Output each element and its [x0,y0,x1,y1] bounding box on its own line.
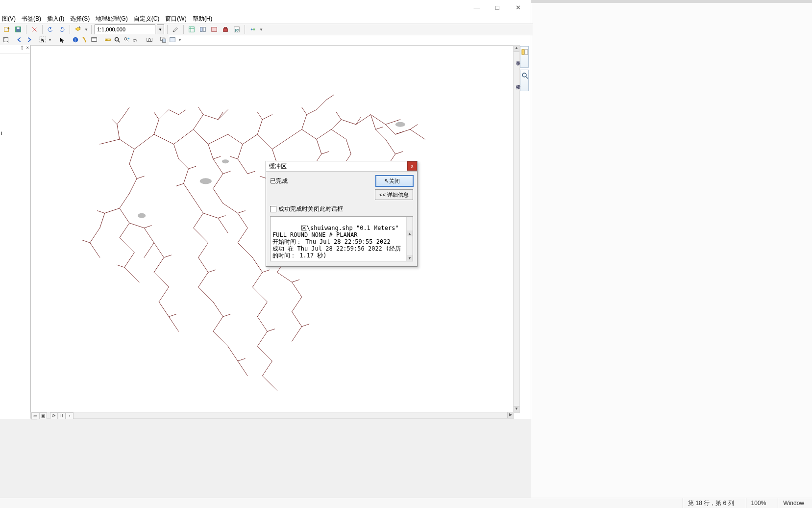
menu-geoprocessing[interactable]: 地理处理(G) [96,15,127,23]
html-popup-button[interactable] [90,35,98,45]
svg-rect-21 [253,28,255,30]
svg-point-51 [522,73,526,77]
zoom-level-label[interactable]: 100% [746,498,771,508]
search-dock-tab[interactable]: 搜索 [520,70,529,91]
model-dropdown-icon[interactable]: ▼ [259,27,263,32]
data-view-tab[interactable]: ▭ [31,412,39,419]
map-vertical-scrollbar[interactable]: ▲ ▼ [513,45,520,413]
dialog-close-action-button[interactable]: 关闭 ↖ [376,176,413,186]
scroll-down-button[interactable]: ▼ [514,406,519,412]
svg-line-37 [126,40,128,42]
line-ending-label[interactable]: Window [778,498,809,508]
catalog-dock-tab[interactable]: 目录 [520,46,529,68]
cut-button[interactable] [29,25,39,34]
add-layer-button[interactable]: + [73,25,83,34]
measure-button[interactable] [104,35,112,45]
svg-rect-49 [522,50,524,54]
scale-dropdown-button[interactable]: ▼ [157,25,164,35]
log-scroll-down[interactable]: ▼ [407,255,413,261]
add-data-button[interactable] [2,25,12,34]
find-button[interactable] [113,35,121,45]
hyperlink-button[interactable] [81,35,89,45]
model-builder-button[interactable] [248,25,258,34]
menu-insert[interactable]: 插入(I) [47,15,64,23]
separator-5 [167,25,168,34]
find-route-button[interactable] [123,35,130,45]
save-button[interactable] [13,25,23,34]
map-horizontal-scrollbar[interactable]: ◀ ▶ [30,412,514,419]
window-close-button[interactable]: ✕ [512,3,524,12]
menu-bar: 图(V) 书签(B) 插入(I) 选择(S) 地理处理(G) 自定义(C) 窗口… [0,14,212,24]
svg-rect-15 [212,27,217,32]
dialog-log-textbox[interactable]: 区\shuiwang.shp "0.1 Meters" FULL ROUND N… [270,216,413,261]
window-minimize-button[interactable]: — [471,3,483,12]
menu-bookmark[interactable]: 书签(B) [22,15,41,23]
pointer-button[interactable] [58,35,66,45]
outer-window-background [531,3,812,498]
right-dock: 目录 搜索 [520,46,530,93]
svg-rect-50 [525,50,528,54]
tools-toolbar: ▼ i XY ▼ [0,34,169,46]
menu-customize[interactable]: 自定义(C) [134,15,160,23]
window-maximize-button[interactable]: □ [492,3,503,12]
redo-button[interactable] [57,25,67,34]
refresh-view-button[interactable]: ⟳ [50,412,58,419]
dialog-details-button[interactable]: << 详细信息 [375,189,413,200]
next-extent-button[interactable] [25,35,33,45]
arctoolbox-button[interactable] [221,25,230,34]
toc-pin-icon[interactable]: ⇧ [20,45,24,51]
dialog-body: 已完成 关闭 ↖ << 详细信息 成功完成时关闭此对话框 区\shuiwang.… [266,172,417,266]
dialog-status-label: 已完成 [270,177,288,185]
dropdown-arrow-icon[interactable]: ▼ [84,27,88,32]
viewer-dropdown-icon[interactable]: ▼ [178,38,182,42]
undo-button[interactable] [46,25,55,34]
toc-close-icon[interactable]: × [26,45,29,51]
dialog-close-button[interactable]: x [407,161,417,171]
close-on-success-label: 成功完成时关闭此对话框 [278,205,343,213]
dialog-titlebar[interactable]: 缓冲区 x [266,161,417,172]
svg-point-27 [83,37,85,39]
pause-drawing-button[interactable]: ⅠⅠ [58,412,66,419]
identify-button[interactable]: i [72,35,79,45]
select-dropdown-icon[interactable]: ▼ [48,38,52,42]
svg-line-52 [526,76,528,78]
viewer-options-button[interactable] [169,35,176,45]
map-scale-input[interactable] [95,25,155,35]
separator-3 [70,25,70,34]
previous-arrow-button[interactable]: ‹ [66,412,74,419]
create-viewer-window-button[interactable] [159,35,167,45]
svg-rect-17 [224,27,226,29]
close-button-label: 关闭 [389,178,400,185]
menu-select[interactable]: 选择(S) [70,15,90,23]
menu-view[interactable]: 图(V) [2,15,16,23]
python-window-button[interactable]: py [232,25,242,34]
log-scroll-up[interactable]: ▲ [407,230,413,236]
scroll-right-button[interactable]: ▶ [507,412,514,418]
search-window-button[interactable] [209,25,219,34]
table-of-contents-button[interactable] [187,25,197,34]
svg-rect-16 [223,28,228,31]
svg-text:py: py [235,27,239,32]
catalog-button[interactable] [198,25,208,34]
svg-rect-4 [17,27,19,29]
menu-help[interactable]: 帮助(H) [193,15,213,23]
menu-window[interactable]: 窗口(W) [165,15,186,23]
go-to-xy-button[interactable]: XY [132,35,140,45]
log-scrollbar[interactable]: ▲ ▼ [406,217,413,261]
dialog-log-text: 区\shuiwang.shp "0.1 Meters" FULL ROUND N… [272,225,402,259]
editor-toolbar-button[interactable] [171,25,180,34]
previous-extent-button[interactable] [16,35,24,45]
svg-rect-43 [162,39,166,42]
layout-view-tab[interactable]: ▣ [39,412,47,419]
svg-point-45 [200,178,212,184]
close-on-success-checkbox[interactable] [270,206,276,212]
standard-toolbar: + ▼ ▼ py ▼ [0,24,533,35]
toc-item-fragment[interactable]: i [0,53,30,136]
time-slider-button[interactable] [146,35,153,45]
caret-position-label: 第 18 行，第 6 列 [683,498,738,508]
svg-rect-28 [92,38,97,42]
buffer-result-dialog: 缓冲区 x 已完成 关闭 ↖ << 详细信息 成功完成时关闭此对话框 区\shu… [266,161,418,267]
full-extent-button[interactable] [2,35,10,45]
select-elements-button[interactable] [39,35,47,45]
svg-text:i: i [74,38,75,43]
